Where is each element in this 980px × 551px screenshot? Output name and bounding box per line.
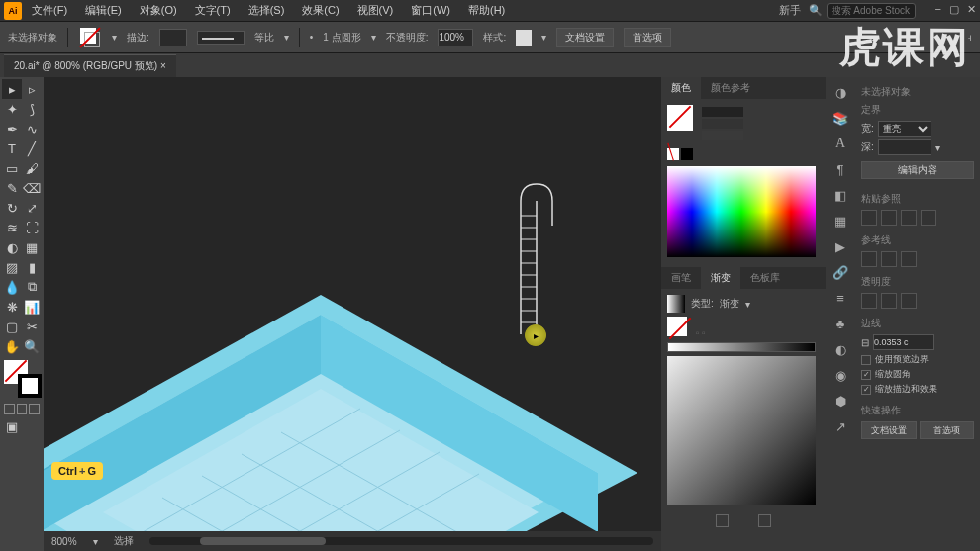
depth-input[interactable] xyxy=(878,139,931,155)
scale-corners-checkbox[interactable]: ✓ xyxy=(861,370,871,380)
gradient-fill-chip[interactable] xyxy=(667,317,687,336)
lasso-tool[interactable]: ⟆ xyxy=(22,99,42,119)
close-icon[interactable]: ✕ xyxy=(967,3,976,19)
color-spectrum[interactable] xyxy=(667,166,816,257)
maximize-icon[interactable]: ▢ xyxy=(949,3,959,19)
trash-icon[interactable] xyxy=(758,514,771,527)
flip-h-icon[interactable] xyxy=(861,293,877,309)
prefs-button[interactable]: 首选项 xyxy=(624,28,671,47)
align-left-icon[interactable] xyxy=(861,210,877,226)
pen-tool[interactable]: ✒ xyxy=(2,119,22,138)
flip-v-icon[interactable] xyxy=(881,293,897,309)
fill-chip[interactable] xyxy=(667,105,693,131)
artboard-tool[interactable]: ▢ xyxy=(2,317,22,336)
eraser-tool[interactable]: ⌫ xyxy=(22,178,42,198)
align-top-icon[interactable] xyxy=(921,210,936,226)
draw-behind[interactable] xyxy=(17,404,28,414)
menu-edit[interactable]: 编辑(E) xyxy=(77,1,130,20)
curvature-tool[interactable]: ∿ xyxy=(22,119,42,138)
stroke-value-input[interactable] xyxy=(873,334,934,350)
prefs-button-2[interactable]: 首选项 xyxy=(920,421,975,439)
tab-color-guide[interactable]: 颜色参考 xyxy=(701,77,760,99)
fill-stroke-swatch[interactable] xyxy=(78,26,102,49)
paragraph-icon[interactable]: ¶ xyxy=(832,160,849,178)
stroke-preview[interactable] xyxy=(197,31,245,45)
tab-brushes[interactable]: 画笔 xyxy=(661,267,701,289)
scale-tool[interactable]: ⤢ xyxy=(22,198,42,218)
gradient-slider[interactable] xyxy=(667,342,816,352)
snap-icon[interactable] xyxy=(901,251,917,267)
slice-tool[interactable]: ✂ xyxy=(22,317,42,336)
rotate-tool[interactable]: ↻ xyxy=(2,198,22,218)
scale-strokes-checkbox[interactable]: ✓ xyxy=(861,385,871,395)
character-icon[interactable]: A xyxy=(832,135,849,152)
align-center-icon[interactable] xyxy=(881,210,897,226)
horizontal-scrollbar[interactable] xyxy=(149,537,653,545)
grid-icon[interactable] xyxy=(881,251,897,267)
chevron-down-icon[interactable]: ▾ xyxy=(745,299,750,310)
appearance-icon[interactable]: ◉ xyxy=(832,366,849,384)
width-tool[interactable]: ≋ xyxy=(2,218,22,237)
menu-help[interactable]: 帮助(H) xyxy=(460,1,513,20)
close-icon[interactable]: × xyxy=(160,60,166,71)
chevron-down-icon[interactable]: ▾ xyxy=(112,32,117,43)
menu-window[interactable]: 窗口(W) xyxy=(403,1,458,20)
tab-swatches[interactable]: 色板库 xyxy=(740,267,790,289)
preview-bounds-checkbox[interactable] xyxy=(861,355,871,365)
free-transform-tool[interactable]: ⛶ xyxy=(22,218,42,237)
zoom-label[interactable]: 800% xyxy=(51,536,77,547)
symbols-icon[interactable]: ♣ xyxy=(832,315,849,332)
menu-type[interactable]: 文字(T) xyxy=(187,1,239,20)
menu-select[interactable]: 选择(S) xyxy=(241,1,293,20)
transparency-icon[interactable]: ◐ xyxy=(832,340,849,358)
chevron-down-icon[interactable]: ▾ xyxy=(284,32,289,43)
swatch-black[interactable] xyxy=(681,148,693,160)
direct-selection-tool[interactable]: ▹ xyxy=(22,79,42,99)
chevron-down-icon[interactable]: ▾ xyxy=(541,32,546,43)
type-tool[interactable]: T xyxy=(2,138,22,158)
blend-tool[interactable]: ⧉ xyxy=(22,277,42,297)
stroke-weight-input[interactable] xyxy=(159,29,187,46)
guide-icon[interactable] xyxy=(861,251,877,267)
swatch-none[interactable]: ╱ xyxy=(667,148,679,160)
graphic-styles-icon[interactable]: ⬢ xyxy=(832,392,849,410)
gradient-tool[interactable]: ▮ xyxy=(22,257,42,277)
canvas[interactable]: ▸ xyxy=(44,77,661,551)
tab-color[interactable]: 颜色 xyxy=(661,77,701,99)
paintbrush-tool[interactable]: 🖌 xyxy=(22,158,42,178)
tab-document[interactable]: 20.ai* @ 800% (RGB/GPU 预览) × xyxy=(4,54,176,77)
artboards-icon[interactable]: ▦ xyxy=(832,212,849,230)
menu-object[interactable]: 对象(O) xyxy=(132,1,185,20)
libraries-icon[interactable]: 📚 xyxy=(832,109,849,127)
tab-gradient[interactable]: 渐变 xyxy=(701,267,740,289)
align-right-icon[interactable] xyxy=(901,210,917,226)
gradient-reverse[interactable] xyxy=(716,514,729,527)
magic-wand-tool[interactable]: ✦ xyxy=(2,99,22,119)
links-icon[interactable]: 🔗 xyxy=(832,263,849,281)
menu-effect[interactable]: 效果(C) xyxy=(294,1,346,20)
gradient-preview[interactable] xyxy=(667,295,685,313)
menu-view[interactable]: 视图(V) xyxy=(349,1,402,20)
fill-stroke-control[interactable] xyxy=(4,360,42,398)
stock-search-input[interactable] xyxy=(827,3,916,19)
chevron-down-icon[interactable]: ▾ xyxy=(93,536,98,547)
symbol-sprayer-tool[interactable]: ❋ xyxy=(2,297,22,317)
actions-icon[interactable]: ▶ xyxy=(832,237,849,255)
line-tool[interactable]: ╱ xyxy=(22,138,42,158)
layers-icon[interactable]: ◧ xyxy=(832,186,849,204)
docsetup-button-2[interactable]: 文档设置 xyxy=(861,421,917,439)
edit-content-button[interactable]: 编辑内容 xyxy=(861,161,974,179)
menu-file[interactable]: 文件(F) xyxy=(24,1,75,20)
properties-icon[interactable]: ◑ xyxy=(832,83,849,101)
hand-tool[interactable]: ✋ xyxy=(2,336,22,356)
chevron-down-icon[interactable]: ▾ xyxy=(935,142,940,153)
selection-tool[interactable]: ▸ xyxy=(2,79,22,99)
docsetup-button[interactable]: 文档设置 xyxy=(556,28,614,47)
screen-mode[interactable]: ▣ xyxy=(2,416,22,436)
zoom-tool[interactable]: 🔍 xyxy=(22,336,42,356)
minimize-icon[interactable]: − xyxy=(935,3,941,19)
shaper-tool[interactable]: ✎ xyxy=(2,178,22,198)
eyedropper-tool[interactable]: 💧 xyxy=(2,277,22,297)
shape-builder-tool[interactable]: ◐ xyxy=(2,237,22,257)
chevron-down-icon[interactable]: ▾ xyxy=(371,32,376,43)
